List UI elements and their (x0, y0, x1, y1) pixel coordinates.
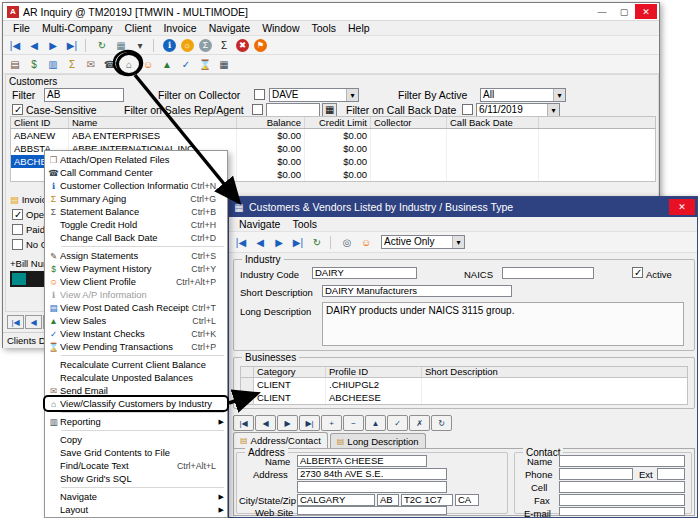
prior-record-icon[interactable]: ◀ (25, 315, 42, 329)
context-menu-item-toggle-credit-hold[interactable]: Toggle Credit HoldCtrl+H (45, 218, 227, 231)
info-icon[interactable]: ℹ (163, 39, 176, 52)
industry-code-field[interactable]: DAIRY (312, 267, 417, 279)
menu-client[interactable]: Client (119, 22, 158, 34)
business-row[interactable]: CLIENT.CHIUPGL2 (241, 378, 687, 391)
case-sensitive-checkbox[interactable] (12, 104, 23, 115)
context-menu-item-change-call-back-date[interactable]: Change Call Back DateCtrl+D (45, 231, 227, 244)
column-header-balance[interactable]: Balance (237, 117, 305, 128)
menu-tools[interactable]: Tools (305, 22, 342, 34)
context-menu-item-assign-statements[interactable]: ✎Assign StatementsCtrl+S (45, 249, 227, 262)
last-record-icon[interactable]: ▶| (289, 234, 307, 250)
contact-cell-field[interactable] (559, 481, 685, 493)
invoices-icon[interactable]: ▤ (6, 56, 24, 72)
lookup-icon[interactable]: ▦ (322, 103, 337, 117)
context-menu-item-layout[interactable]: Layout▶ (45, 503, 227, 516)
menu-window[interactable]: Window (256, 22, 305, 34)
tab-long-description[interactable]: ▤Long Description (330, 433, 426, 448)
column-header-short-description[interactable]: Short Description (422, 367, 687, 377)
paid-items-checkbox[interactable] (12, 224, 23, 235)
reports-icon[interactable]: ▦ (215, 56, 233, 72)
bill-number-selected-cell[interactable] (12, 273, 26, 285)
active-combo[interactable]: All ▾ (480, 88, 566, 102)
address-line1-field[interactable]: 2730 84th AVE S.E. (297, 468, 447, 480)
column-header-credit-limit[interactable]: Credit Limit (305, 117, 371, 128)
money-icon[interactable]: $ (25, 56, 43, 72)
first-record-icon[interactable]: |◀ (233, 415, 254, 431)
active-checkbox[interactable] (632, 267, 643, 278)
context-menu-item-view-payment-history[interactable]: $View Payment HistoryCtrl+Y (45, 262, 227, 275)
context-menu-item-attach-open-related-files[interactable]: ❒Attach/Open Related Files (45, 153, 227, 166)
first-record-icon[interactable]: |◀ (232, 234, 250, 250)
no-online-checkbox[interactable] (12, 239, 23, 250)
context-menu-item-find-locate-text[interactable]: Find/Locate TextCtrl+Alt+L (45, 459, 227, 472)
prior-record-icon[interactable]: ◀ (25, 37, 43, 53)
filter-sales-rep-checkbox[interactable] (252, 104, 263, 115)
post-edit-icon[interactable]: ✓ (387, 415, 408, 431)
callback-date-combo[interactable]: 6/11/2019 ▾ (476, 103, 560, 117)
refresh-icon[interactable]: ↻ (431, 415, 452, 431)
menu-invoice[interactable]: Invoice (157, 22, 202, 34)
flag-icon[interactable]: ⚑ (254, 39, 267, 52)
find-icon[interactable]: ◎ (338, 234, 356, 250)
context-menu-item-call-command-center[interactable]: ☎Call Command Center (45, 166, 227, 179)
context-menu-item-save-grid-contents-to-file[interactable]: Save Grid Contents to File (45, 446, 227, 459)
address-line2-field[interactable] (297, 481, 447, 493)
contact-ext-field[interactable] (657, 468, 685, 480)
address-name-field[interactable]: ALBERTA CHEESE (297, 455, 427, 467)
context-menu-item-view-classify-customers-by-industry[interactable]: ⌂View/Classify Customers by Industry (45, 397, 227, 410)
tab-address-contact[interactable]: ▤Address/Contact (233, 432, 328, 448)
last-record-icon[interactable]: ▶| (299, 415, 320, 431)
column-header-client-id[interactable]: Client ID (11, 117, 69, 128)
prior-record-icon[interactable]: ◀ (251, 234, 269, 250)
menu-file[interactable]: File (7, 22, 36, 34)
sales-icon[interactable]: ▲ (158, 56, 176, 72)
business-row[interactable]: ▶CLIENTABCHEESE (241, 391, 687, 404)
classify-customers-icon[interactable]: ⌂ (120, 56, 138, 72)
insert-record-icon[interactable]: + (321, 415, 342, 431)
menu-multi-company[interactable]: Multi-Company (36, 22, 119, 34)
web-site-field[interactable] (297, 506, 447, 515)
column-header-category[interactable]: Category (254, 367, 326, 377)
next-record-icon[interactable]: ▶ (44, 37, 62, 53)
context-menu-item-view-instant-checks[interactable]: ✓View Instant ChecksCtrl+K (45, 327, 227, 340)
clock-icon[interactable]: ☼ (181, 39, 194, 52)
filter-input[interactable]: AB (44, 88, 124, 102)
filter-callback-checkbox[interactable] (462, 104, 473, 115)
refresh-icon[interactable]: ↻ (308, 234, 326, 250)
first-record-icon[interactable]: |◀ (6, 37, 24, 53)
menu-navigate[interactable]: Navigate (203, 22, 256, 34)
close-button[interactable]: ✕ (669, 199, 695, 215)
maximize-button[interactable]: ▢ (613, 4, 635, 19)
context-menu-item-view-sales[interactable]: ▲View SalesCtrl+L (45, 314, 227, 327)
chevron-down-icon[interactable]: ▾ (131, 37, 149, 53)
context-menu-item-statement-balance[interactable]: ΣStatement BalanceCtrl+B (45, 205, 227, 218)
context-menu-item-recalculate-current-client-balance[interactable]: Recalculate Current Client Balance (45, 358, 227, 371)
sigma-icon[interactable]: Σ (215, 37, 233, 53)
prior-record-icon[interactable]: ◀ (255, 415, 276, 431)
context-menu-item-copy[interactable]: Copy (45, 433, 227, 446)
main-titlebar[interactable]: A AR Inquiry @ TM2019J [TMWIN - MULTIMOD… (3, 3, 659, 21)
column-header-collector[interactable]: Collector (371, 117, 447, 128)
aging-icon[interactable]: Σ (63, 56, 81, 72)
industry-titlebar[interactable]: ▦ Customers & Vendors Listed by Industry… (229, 197, 697, 217)
checks-icon[interactable]: ✓ (177, 56, 195, 72)
refresh-icon[interactable]: ↻ (93, 37, 111, 53)
pending-icon[interactable]: ⌛ (196, 56, 214, 72)
context-menu-item-navigate[interactable]: Navigate▶ (45, 490, 227, 503)
phone-icon[interactable]: ☎ (101, 56, 119, 72)
country-field[interactable]: CA (455, 494, 479, 506)
grid-layout-icon[interactable]: ▦ (112, 37, 130, 53)
context-menu-item-customer-collection-information[interactable]: ℹCustomer Collection InformationCtrl+N (45, 179, 227, 192)
statement-icon[interactable]: ▥ (44, 56, 62, 72)
column-header-call-back-date[interactable]: Call Back Date (447, 117, 539, 128)
short-description-field[interactable]: DAIRY Manufacturers (322, 285, 512, 297)
state-field[interactable]: AB (377, 494, 399, 506)
first-record-icon[interactable]: |◀ (7, 315, 24, 329)
context-menu-item-view-client-profile[interactable]: ☺View Client ProfileCtrl+Alt+P (45, 275, 227, 288)
contact-name-field[interactable] (559, 455, 685, 467)
context-menu-item-view-post-dated-cash-receipts[interactable]: ▤View Post Dated Cash ReceiptsCtrl+T (45, 301, 227, 314)
active-only-combo[interactable]: Active Only ▾ (381, 235, 465, 249)
long-description-memo[interactable]: DAIRY products under NAICS 3115 group. (322, 302, 684, 346)
filter-collector-checkbox[interactable] (254, 89, 265, 100)
contact-phone-field[interactable] (559, 468, 633, 480)
